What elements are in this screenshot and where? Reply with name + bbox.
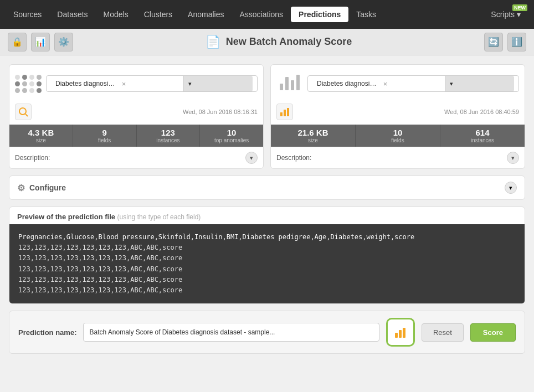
left-dataset-input[interactable]: Diabetes diagnosis dataset - sample (20.… (46, 75, 258, 92)
nav-datasets[interactable]: Datasets (49, 7, 95, 22)
right-description-label: Description: (276, 154, 311, 162)
right-dataset-stats: 21.6 KB size 10 fields 614 instances (271, 125, 525, 147)
dot (29, 88, 34, 93)
dot (29, 75, 34, 80)
right-dataset-name: Diabetes diagnosis dataset - sample (80.… (312, 80, 381, 87)
right-stat-fields-label: fields (360, 137, 435, 143)
right-stat-fields: 10 fields (356, 125, 440, 147)
right-dataset-clear[interactable]: × (383, 80, 443, 88)
configure-row: ⚙ Configure ▾ (9, 176, 525, 200)
main-nav: Sources Datasets Models Clusters Anomali… (0, 0, 534, 29)
right-dataset-meta: Wed, 08 Jun 2016 08:40:59 (271, 101, 525, 125)
prediction-name-input[interactable] (83, 323, 379, 342)
nav-predictions[interactable]: Predictions (291, 7, 348, 22)
left-stat-instances-label: instances (141, 137, 196, 143)
preview-data-line-3: 123,123,123,123,123,123,123,ABC,ABC,scor… (18, 264, 516, 275)
right-dataset-selector: Diabetes diagnosis dataset - sample (80.… (307, 75, 519, 92)
preview-data-line-5: 123,123,123,123,123,123,123,ABC,ABC,scor… (18, 285, 516, 296)
left-dataset-date: Wed, 08 Jun 2016 08:16:31 (36, 109, 258, 115)
left-stat-anomalies-value: 10 (204, 128, 259, 137)
lock-icon-btn[interactable]: 🔒 (8, 33, 27, 51)
preview-header: Preview of the prediction file (using th… (9, 207, 525, 224)
svg-rect-5 (395, 333, 398, 338)
left-stat-fields-label: fields (78, 137, 132, 143)
right-dataset-input[interactable]: Diabetes diagnosis dataset - sample (80.… (307, 75, 519, 92)
info-btn[interactable]: ℹ️ (507, 33, 526, 51)
left-description-toggle[interactable]: ▾ (245, 152, 258, 164)
preview-title: Preview of the prediction file (17, 213, 115, 221)
nav-anomalies[interactable]: Anomalies (180, 7, 232, 22)
right-stat-size: 21.6 KB size (271, 125, 356, 147)
left-stat-size: 4.3 KB size (9, 125, 73, 147)
left-stat-fields: 9 fields (73, 125, 137, 147)
nav-models[interactable]: Models (96, 7, 136, 22)
svg-line-1 (25, 114, 28, 116)
bottom-bar: Prediction name: Reset Score (9, 311, 525, 354)
left-dataset-name: Diabetes diagnosis dataset - sample (20.… (51, 80, 120, 87)
right-dataset-thumb (276, 70, 303, 97)
preview-section: Preview of the prediction file (using th… (9, 207, 525, 304)
left-stat-anomalies: 10 top anomalies (200, 125, 263, 147)
svg-rect-3 (284, 110, 286, 116)
svg-rect-2 (280, 112, 283, 116)
right-stat-size-label: size (275, 137, 351, 143)
right-dataset-panel: Diabetes diagnosis dataset - sample (80.… (270, 64, 525, 169)
nav-clusters[interactable]: Clusters (136, 7, 180, 22)
configure-title: ⚙ Configure (17, 183, 66, 193)
dot (15, 75, 20, 80)
toolbar-center: 📄 New Batch Anomaly Score (73, 35, 484, 49)
preview-data-line-4: 123,123,123,123,123,123,123,ABC,ABC,scor… (18, 275, 516, 285)
preview-header-line: Pregnancies,Glucose,Blood pressure,Skinf… (18, 232, 516, 243)
nav-scripts[interactable]: Scripts ▾ NEW (483, 7, 528, 22)
left-dataset-clear[interactable]: × (122, 80, 182, 88)
right-stat-instances-value: 614 (445, 128, 520, 137)
main-content: Diabetes diagnosis dataset - sample (20.… (0, 55, 534, 363)
svg-rect-6 (399, 330, 402, 338)
dot (15, 88, 20, 93)
right-description-row: Description: ▾ (271, 147, 525, 168)
dot (22, 81, 27, 86)
right-description-toggle[interactable]: ▾ (507, 152, 519, 164)
svg-point-0 (19, 108, 26, 115)
prediction-name-label: Prediction name: (18, 328, 76, 337)
left-dataset-selector: Diabetes diagnosis dataset - sample (20.… (46, 75, 258, 92)
refresh-btn[interactable]: 🔄 (484, 33, 503, 51)
preview-subtitle-text: (using the type of each field) (117, 213, 201, 221)
left-stat-anomalies-label: top anomalies (204, 137, 259, 143)
page-title: New Batch Anomaly Score (226, 36, 352, 48)
left-dataset-thumb (15, 70, 42, 97)
configure-label: Configure (29, 183, 66, 192)
nav-tasks[interactable]: Tasks (348, 7, 384, 22)
left-dataset-header: Diabetes diagnosis dataset - sample (20.… (9, 65, 263, 101)
settings-icon-btn[interactable]: ⚙️ (54, 33, 73, 51)
dot (37, 75, 42, 80)
right-stat-size-value: 21.6 KB (275, 128, 351, 137)
gear-icon: ⚙ (17, 183, 25, 193)
dot (22, 75, 27, 80)
configure-toggle[interactable]: ▾ (505, 182, 517, 194)
right-dataset-date: Wed, 08 Jun 2016 08:40:59 (297, 109, 519, 115)
dot (37, 81, 42, 86)
left-description-label: Description: (15, 154, 50, 162)
score-button[interactable]: Score (470, 323, 516, 342)
right-stat-fields-value: 10 (360, 128, 435, 137)
thumb-dots (15, 75, 42, 93)
toolbar-left: 🔒 📊 ⚙️ (8, 33, 73, 51)
reset-button[interactable]: Reset (422, 323, 464, 342)
chart-icon-btn[interactable]: 📊 (31, 33, 50, 51)
score-icon-btn[interactable] (386, 318, 415, 347)
preview-code: Pregnancies,Glucose,Blood pressure,Skinf… (9, 224, 525, 303)
left-dataset-stats: 4.3 KB size 9 fields 123 instances 10 to… (9, 125, 263, 147)
right-dataset-dropdown[interactable]: ▾ (445, 76, 514, 91)
nav-sources[interactable]: Sources (6, 7, 49, 22)
top-row: Diabetes diagnosis dataset - sample (20.… (9, 64, 525, 169)
dot (15, 81, 20, 86)
left-dataset-dropdown[interactable]: ▾ (183, 76, 253, 91)
dot (22, 88, 27, 93)
left-stat-size-value: 4.3 KB (14, 128, 68, 137)
right-dataset-header: Diabetes diagnosis dataset - sample (80.… (271, 65, 525, 101)
left-stat-size-label: size (14, 137, 68, 143)
nav-associations[interactable]: Associations (232, 7, 291, 22)
toolbar-right: 🔄 ℹ️ (484, 33, 526, 51)
left-description-row: Description: ▾ (9, 147, 263, 168)
